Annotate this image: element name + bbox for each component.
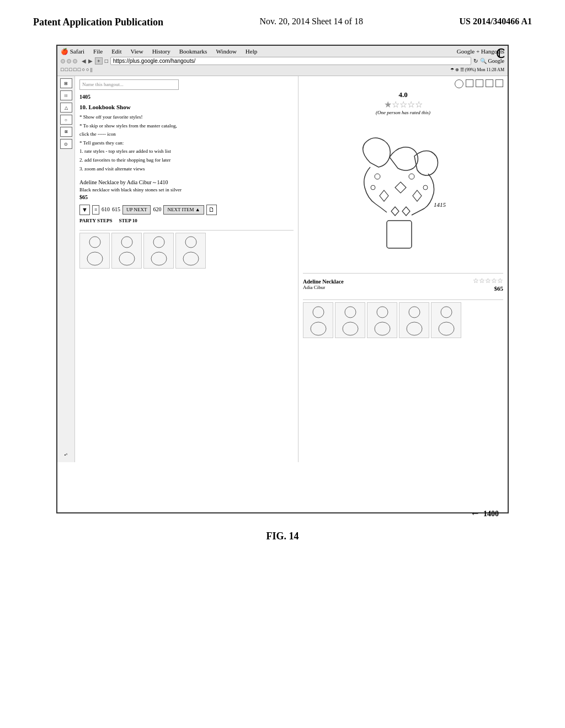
svg-point-28 (439, 322, 454, 335)
main-content: ℂ 🍎 Safari File Edit View History Bookma… (0, 34, 565, 524)
refresh-icon[interactable]: ↻ (473, 58, 478, 64)
product-by: Adeline Necklace by Adia Cibur～1410 Blac… (79, 179, 294, 201)
left-sidebar: ⊞ |||| △ ○ ⊠ ⊙ •° (57, 76, 75, 462)
square-icon-4[interactable] (495, 79, 503, 87)
svg-point-6 (185, 237, 196, 248)
svg-point-21 (345, 307, 356, 318)
svg-point-22 (343, 322, 358, 335)
step-1: 1. rate styles - top styles are added to… (79, 148, 294, 155)
skip-or-show: * To skip or show styles from the master… (79, 122, 294, 130)
svg-point-5 (151, 252, 167, 265)
menu-view[interactable]: View (130, 48, 143, 55)
menu-help[interactable]: Help (246, 48, 257, 55)
top-right-icons (303, 79, 503, 88)
step-2: 2. add favorites to their shopping bag f… (79, 157, 294, 164)
circle-icon-1[interactable] (455, 79, 463, 88)
nav-number-center: 615 (112, 206, 120, 213)
svg-point-27 (441, 307, 452, 318)
traffic-lights (61, 59, 77, 63)
nav-down-arrow[interactable]: ▼ (79, 205, 90, 215)
browser-content-area: ⊞ |||| △ ○ ⊠ ⊙ •° Name this hangout... 1… (57, 76, 508, 462)
svg-point-26 (407, 322, 422, 335)
product-name-seller: Adeline Necklace Adia Cibur (303, 279, 344, 290)
forward-button[interactable]: ▶ (88, 58, 93, 64)
traffic-light-red[interactable] (61, 59, 65, 63)
status-bar: □ □ □ □ □ ○ ○ || ☂ ⊕ ☰ (99%) Mon 11:28 A… (61, 67, 504, 72)
menu-safari[interactable]: 🍎 Safari (61, 48, 84, 55)
necklace-area: 1415 (303, 119, 503, 273)
sidebar-icon-4[interactable]: ○ (60, 115, 72, 125)
rating-number: 4.0 (303, 90, 503, 99)
thumb-r-1[interactable] (303, 302, 333, 338)
svg-point-7 (183, 252, 199, 265)
square-icon-1[interactable] (466, 79, 473, 87)
svg-point-24 (375, 322, 390, 335)
page-icon: 🗋 (206, 205, 217, 215)
thumbnail-strip-left (79, 230, 294, 271)
square-icon-2[interactable] (476, 79, 483, 87)
tab-squares: □ □ □ □ □ ○ ○ || (61, 67, 92, 72)
square-icon-3[interactable] (486, 79, 493, 87)
lookbook-number: 1405 (79, 94, 90, 100)
new-tab-btn[interactable]: + (95, 57, 103, 65)
url-bar[interactable] (110, 57, 471, 65)
nav-number-left: 610 (102, 206, 110, 213)
publication-date: Nov. 20, 2014 Sheet 14 of 18 (260, 17, 363, 26)
sidebar-icon-5[interactable]: ⊠ (60, 127, 72, 137)
thumb-r-2[interactable] (335, 302, 365, 338)
menu-window[interactable]: Window (216, 48, 236, 55)
svg-point-19 (313, 307, 324, 318)
sidebar-icon-2[interactable]: |||| (60, 90, 72, 100)
thumb-3[interactable] (143, 233, 174, 269)
publication-number: US 2014/340466 A1 (459, 17, 532, 26)
traffic-light-green[interactable] (73, 59, 77, 63)
right-panel: 4.0 ★☆☆☆☆ (One person has rated this) (298, 76, 508, 462)
sidebar-icon-6[interactable]: ⊙ (60, 139, 72, 149)
thumb-r-4[interactable] (399, 302, 429, 338)
svg-marker-11 (380, 190, 388, 201)
up-next-btn[interactable]: UP NEXT (122, 205, 151, 215)
svg-point-16 (423, 185, 428, 190)
next-item-btn[interactable]: NEXT ITEM ▲ (163, 205, 204, 215)
sidebar-icon-1[interactable]: ⊞ (60, 78, 72, 88)
svg-point-2 (121, 237, 132, 248)
reader-icon: □ (105, 58, 108, 64)
product-desc: Black necklace with black shiny stones s… (79, 186, 294, 194)
necklace-svg: 1415 (315, 119, 492, 273)
svg-point-17 (371, 185, 375, 190)
menu-history[interactable]: History (152, 48, 170, 55)
thumb-r-5[interactable] (431, 302, 461, 338)
status-icons: ☂ ⊕ ☰ (99%) Mon 11:28 AM (450, 67, 504, 72)
svg-text:1415: 1415 (434, 201, 446, 208)
menu-icon[interactable]: ≡ (92, 205, 99, 215)
thumb-2[interactable] (111, 233, 142, 269)
rating-stars-display: ★☆☆☆☆ (303, 99, 503, 110)
back-button[interactable]: ◀ (82, 58, 86, 64)
hangout-name-input[interactable]: Name this hangout... (79, 79, 179, 90)
product-rating-row: Adeline Necklace Adia Cibur ☆☆☆☆☆ $65 (303, 277, 503, 292)
browser-toolbar: ◀ ▶ + □ ↻ 🔍 Google (61, 57, 504, 65)
menu-edit[interactable]: Edit (111, 48, 121, 55)
product-detail-bottom: Adeline Necklace Adia Cibur ☆☆☆☆☆ $65 (303, 273, 503, 295)
thumb-1[interactable] (79, 233, 110, 269)
party-steps-label: PARTY STEPS (79, 217, 112, 224)
menu-file[interactable]: File (93, 48, 103, 55)
browser-screenshot: ℂ 🍎 Safari File Edit View History Bookma… (56, 45, 509, 513)
page-header: Patent Application Publication Nov. 20, … (0, 0, 565, 34)
svg-point-3 (119, 252, 135, 265)
rating-text: (One person has rated this) (303, 110, 503, 115)
product-price: $65 (79, 194, 294, 201)
svg-point-4 (153, 237, 164, 248)
svg-marker-12 (402, 207, 410, 216)
svg-point-15 (375, 174, 380, 179)
traffic-light-yellow[interactable] (67, 59, 71, 63)
thumb-r-3[interactable] (367, 302, 397, 338)
tab-bar: □ □ □ □ □ ○ ○ || (61, 67, 92, 72)
svg-marker-9 (395, 182, 406, 193)
thumb-4[interactable] (175, 233, 206, 269)
step-3: 3. zoom and visit alternate views (79, 165, 294, 173)
svg-point-23 (377, 307, 388, 318)
sidebar-dots: •° (65, 453, 68, 462)
sidebar-icon-3[interactable]: △ (60, 103, 72, 113)
menu-bookmarks[interactable]: Bookmarks (179, 48, 207, 55)
